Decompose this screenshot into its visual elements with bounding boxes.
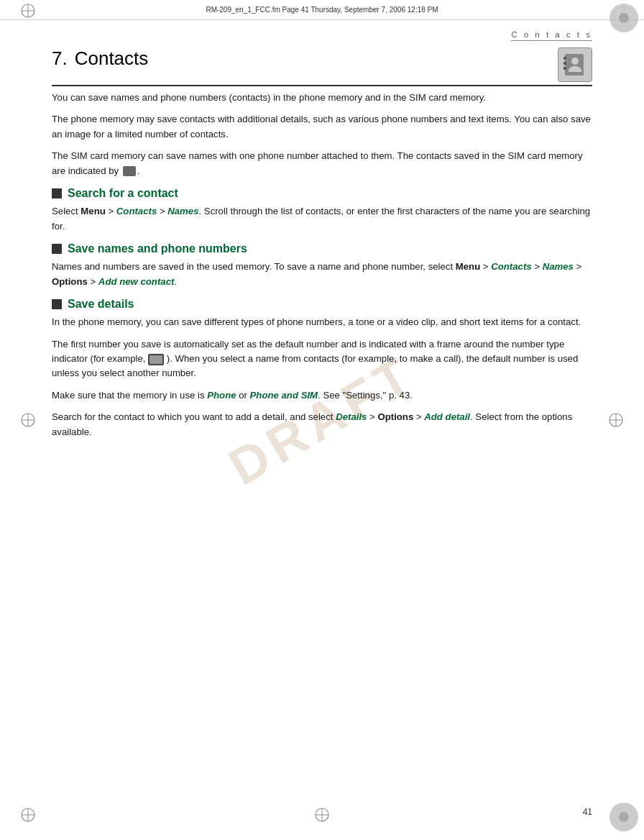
svg-rect-21 xyxy=(565,54,584,76)
section-title-search: Search for a contact xyxy=(68,187,178,200)
svg-rect-23 xyxy=(564,62,566,65)
save-details-para-4: Search for the contact to which you want… xyxy=(52,410,592,439)
corner-mark-ml xyxy=(20,412,36,428)
intro-para-1: You can save names and phone numbers (co… xyxy=(52,91,592,105)
section-search-heading: Search for a contact xyxy=(52,187,592,200)
section-save-details-heading: Save details xyxy=(52,298,592,311)
section-bullet-save-names xyxy=(52,244,62,254)
chapter-title: Contacts xyxy=(75,47,149,70)
intro-para-2: The phone memory may save contacts with … xyxy=(52,112,592,142)
svg-rect-22 xyxy=(564,57,566,60)
phone-frame-icon xyxy=(148,354,164,365)
main-content: 7. Contacts You can save names a xyxy=(52,20,592,800)
save-details-para-3: Make sure that the memory in use is Phon… xyxy=(52,388,592,403)
section-bullet-save-details xyxy=(52,299,62,309)
section-title-save-names: Save names and phone numbers xyxy=(68,242,247,255)
section-bullet-search xyxy=(52,188,62,198)
save-details-para-2: The first number you save is automatical… xyxy=(52,337,592,381)
svg-rect-24 xyxy=(564,67,566,70)
page: RM-209_en_1_FCC.fm Page 41 Thursday, Sep… xyxy=(0,0,644,840)
chapter-header: 7. Contacts xyxy=(52,47,592,86)
section-title-save-details: Save details xyxy=(68,298,134,311)
header-bar: RM-209_en_1_FCC.fm Page 41 Thursday, Sep… xyxy=(0,0,644,20)
svg-point-11 xyxy=(619,812,629,822)
contacts-icon xyxy=(558,47,592,82)
deco-circle-tr xyxy=(608,2,640,34)
save-details-para-1: In the phone memory, you can save differ… xyxy=(52,315,592,329)
deco-circle-br xyxy=(608,801,640,833)
intro-para-3: The SIM card memory can save names with … xyxy=(52,149,592,178)
corner-mark-bl xyxy=(20,807,36,823)
header-text: RM-209_en_1_FCC.fm Page 41 Thursday, Sep… xyxy=(206,6,438,14)
chapter-number: 7. xyxy=(52,47,68,70)
corner-mark-tl xyxy=(20,3,36,19)
sim-icon xyxy=(123,166,136,176)
svg-point-5 xyxy=(619,13,629,23)
corner-mark-bm xyxy=(314,807,330,823)
search-para: Select Menu > Contacts > Names. Scroll t… xyxy=(52,204,592,234)
save-names-para: Names and numbers are saved in the used … xyxy=(52,260,592,289)
page-number: 41 xyxy=(583,807,592,817)
section-save-names-heading: Save names and phone numbers xyxy=(52,242,592,255)
corner-mark-mr xyxy=(608,412,624,428)
svg-point-25 xyxy=(571,58,579,65)
